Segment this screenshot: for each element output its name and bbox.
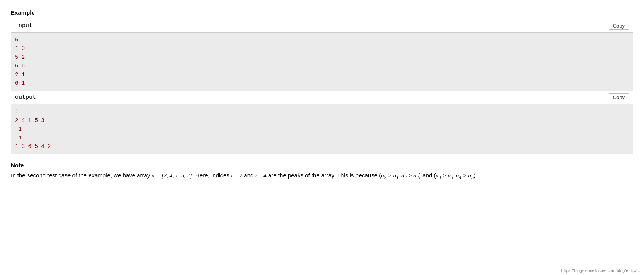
math-i4: i = 4: [255, 172, 267, 179]
note-title: Note: [11, 162, 633, 168]
example-title: Example: [11, 9, 633, 16]
note-text: In the second test case of the example, …: [11, 171, 633, 181]
output-label: output: [15, 94, 36, 101]
input-section: input Copy 5 1 0 5 2 6 6 2 1 6 1: [11, 19, 633, 91]
math-a-def: a = [2, 4, 1, 5, 3]: [152, 172, 192, 179]
example-section: Example input Copy 5 1 0 5 2 6 6 2 1 6 1…: [11, 9, 633, 154]
input-label: input: [15, 22, 33, 29]
math-cond1: a2 > a1, a2 > a3: [381, 172, 419, 179]
math-cond2: a4 > a3, a4 > a5: [436, 172, 474, 179]
copy-input-button[interactable]: Copy: [609, 22, 629, 30]
copy-output-button[interactable]: Copy: [609, 93, 629, 101]
example-block: input Copy 5 1 0 5 2 6 6 2 1 6 1 output …: [11, 19, 633, 154]
output-section: output Copy 1 2 4 1 5 3 -1 -1 1 3 6 5 4 …: [11, 91, 633, 154]
math-i2: i = 2: [231, 172, 242, 179]
note-section: Note In the second test case of the exam…: [11, 162, 633, 181]
input-content: 5 1 0 5 2 6 6 2 1 6 1: [11, 33, 633, 91]
input-header: input Copy: [11, 19, 633, 33]
output-header: output Copy: [11, 91, 633, 104]
output-content: 1 2 4 1 5 3 -1 -1 1 3 6 5 4 2: [11, 104, 633, 154]
